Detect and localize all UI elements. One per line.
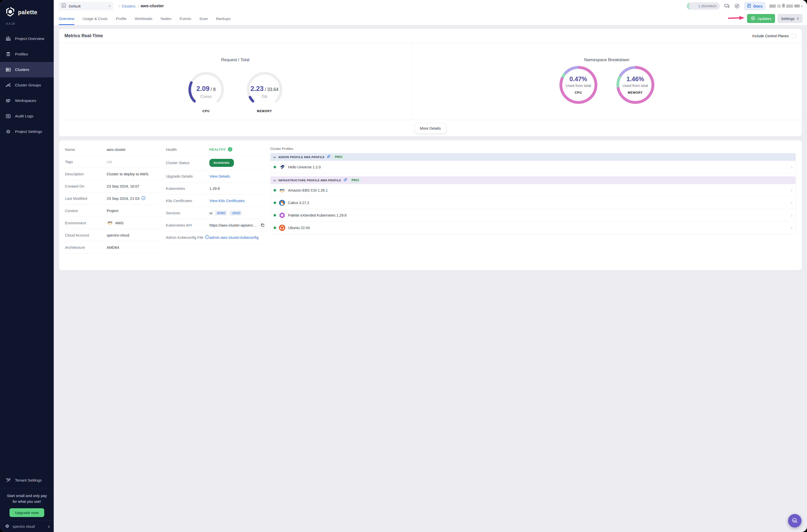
info-icon[interactable]: i bbox=[205, 235, 209, 240]
app-version: 4.4.19 bbox=[0, 19, 54, 25]
profile-item-hello-universe[interactable]: Hello Universe 1.2.0 › bbox=[270, 161, 404, 173]
tab-backups[interactable]: Backups bbox=[216, 12, 231, 25]
service-port-link[interactable]: :3000 bbox=[229, 210, 242, 216]
detail-row-description: Description Cluster to deploy to AWS. bbox=[65, 168, 163, 180]
status-row-upgrade-details: Upgrade Details View Details bbox=[166, 170, 266, 182]
detail-row-context: Context Project bbox=[65, 205, 163, 217]
status-row-health: Health HEALTHY ✓ bbox=[166, 144, 266, 156]
breadcrumb-clusters-link[interactable]: Clusters bbox=[122, 4, 135, 8]
detail-row-environment: Environment aws AWS bbox=[65, 217, 163, 229]
tab-nodes[interactable]: Nodes bbox=[161, 12, 171, 25]
profile-item-calico[interactable]: Calico 3.27.2 › bbox=[270, 196, 404, 209]
running-status-badge: RUNNING bbox=[209, 159, 234, 167]
tab-scan[interactable]: Scan bbox=[200, 12, 208, 25]
addon-profile-group: ADDON PROFILE AWS-PROFILE PROJ bbox=[270, 153, 404, 173]
memory-gauge-label: MEMORY bbox=[245, 109, 285, 113]
service-name: ui bbox=[209, 211, 212, 215]
status-dot bbox=[274, 189, 276, 192]
kubeconfig-file-link[interactable]: admin.aws-cluster.kubeconfig bbox=[209, 235, 259, 240]
infrastructure-profile-title: INFRASTRUCTURE PROFILE AWS-PROFILE bbox=[278, 179, 341, 182]
sidebar-item-label: Project Overview bbox=[15, 36, 44, 41]
status-row-k8s-certificates: K8s Certificates View K8s Certificates bbox=[166, 194, 266, 207]
brand-logo-row: palette bbox=[0, 0, 54, 19]
hello-universe-logo bbox=[279, 164, 285, 170]
link-icon[interactable] bbox=[343, 178, 347, 183]
tab-usage-costs[interactable]: Usage & Costs bbox=[83, 12, 108, 25]
view-k8s-certificates-link[interactable]: View K8s Certificates bbox=[209, 198, 245, 203]
detail-row-last-modified: Last Modified 23 Sep 2024, 21:03 i bbox=[65, 192, 163, 205]
sidebar-item-label: Cluster Groups bbox=[15, 83, 41, 88]
aws-logo: aws bbox=[279, 187, 285, 194]
profile-item-ubuntu[interactable]: Ubuntu 22.04 › bbox=[270, 222, 404, 234]
aws-logo: aws bbox=[107, 220, 113, 226]
metrics-card-header: Metrics Real-Time Include Control Planes bbox=[59, 29, 404, 43]
check-circle-icon: ✓ bbox=[228, 147, 232, 152]
chevron-down-icon: ∨ bbox=[109, 4, 111, 8]
app-window: palette 4.4.19 Project Overview bbox=[0, 0, 404, 266]
status-row-kubeconfig: Admin Kubeconfig File i admin.aws-cluste… bbox=[166, 231, 266, 244]
cpu-gauge-label: CPU bbox=[186, 109, 226, 113]
cluster-status-column: Health HEALTHY ✓ Cluster Status RUNNING … bbox=[163, 144, 266, 266]
sidebar-item-workspaces[interactable]: Workspaces bbox=[0, 93, 54, 108]
nodes-icon bbox=[5, 82, 11, 88]
addon-profile-title: ADDON PROFILE AWS-PROFILE bbox=[278, 156, 324, 158]
view-details-link[interactable]: View Details bbox=[209, 174, 230, 178]
sidebar-item-label: Clusters bbox=[15, 68, 29, 72]
metrics-card: Metrics Real-Time Include Control Planes… bbox=[59, 29, 404, 136]
sidebar-item-clusters[interactable]: Clusters bbox=[0, 62, 54, 77]
tab-profile[interactable]: Profile bbox=[116, 12, 127, 25]
cpu-gauge: 2.09 / 8 Cores CPU bbox=[186, 71, 226, 113]
sidebar-item-audit-logs[interactable]: Audit Logs bbox=[0, 108, 54, 124]
sidebar-item-label: Audit Logs bbox=[15, 114, 33, 118]
orbit-icon bbox=[5, 98, 11, 104]
cluster-tabs: Overview Usage & Costs Profile Workloads… bbox=[59, 12, 231, 25]
ubuntu-logo bbox=[279, 225, 285, 231]
infrastructure-profile-group: INFRASTRUCTURE PROFILE AWS-PROFILE PROJ … bbox=[270, 176, 404, 234]
addon-profile-group-header[interactable]: ADDON PROFILE AWS-PROFILE PROJ bbox=[270, 153, 404, 161]
svg-text:i: i bbox=[143, 197, 144, 199]
memory-gauge-value: 2.23 / 33.64 Gb bbox=[245, 85, 285, 99]
detail-row-name: Name aws-cluster bbox=[65, 144, 163, 156]
project-selector-value: Default bbox=[69, 4, 106, 8]
metrics-footer: More Details bbox=[59, 120, 404, 136]
svg-text:aws: aws bbox=[108, 221, 112, 223]
cluster-profiles-heading: Cluster Profiles bbox=[270, 147, 404, 151]
sidebar-item-label: Profiles bbox=[15, 52, 28, 56]
sidebar-item-project-settings[interactable]: ⚙ Project Settings bbox=[0, 124, 54, 139]
detail-row-cloud-account: Cloud Account spectro-cloud bbox=[65, 229, 163, 241]
infrastructure-profile-group-header[interactable]: INFRASTRUCTURE PROFILE AWS-PROFILE PROJ bbox=[270, 176, 404, 184]
profile-item-palette-extended-kubernetes[interactable]: Palette eXtended Kubernetes 1.29.8 › bbox=[270, 209, 404, 222]
tab-overview[interactable]: Overview bbox=[59, 12, 74, 25]
sidebar-item-project-overview[interactable]: Project Overview bbox=[0, 31, 54, 46]
sidebar-item-cluster-groups[interactable]: Cluster Groups bbox=[0, 77, 54, 93]
project-selector[interactable]: Default ∨ bbox=[59, 2, 113, 10]
status-dot bbox=[274, 227, 276, 229]
breadcrumb-separator: / bbox=[137, 4, 138, 8]
link-icon[interactable] bbox=[327, 155, 331, 159]
sidebar: palette 4.4.19 Project Overview bbox=[0, 0, 54, 266]
health-status-text: HEALTHY bbox=[209, 148, 226, 151]
breadcrumb-current: aws-cluster bbox=[140, 3, 164, 8]
sidebar-item-label: Project Settings bbox=[15, 129, 42, 134]
pxk-logo bbox=[279, 212, 285, 218]
breadcrumb-separator: / bbox=[119, 4, 120, 8]
memory-gauge: 2.23 / 33.64 Gb MEMORY bbox=[245, 71, 285, 113]
service-port-link[interactable]: :8080 bbox=[214, 210, 227, 216]
sidebar-item-profiles[interactable]: Profiles bbox=[0, 46, 54, 62]
status-dot bbox=[274, 202, 276, 204]
copy-icon[interactable] bbox=[259, 221, 266, 229]
profile-item-amazon-ebs-csi[interactable]: aws Amazon EBS CSI 1.26.1 › bbox=[270, 184, 404, 196]
tab-events[interactable]: Events bbox=[180, 12, 191, 25]
cluster-profiles-column: Cluster Profiles ADDON PROFILE AWS-PROFI… bbox=[266, 144, 404, 266]
proj-badge: PROJ bbox=[350, 178, 361, 183]
info-icon[interactable]: i bbox=[142, 196, 145, 201]
kubernetes-api-url: https://aws-cluster-apiserve... bbox=[209, 223, 257, 227]
main-area: Default ∨ / Clusters / aws-cluster 1.29/… bbox=[54, 0, 404, 266]
proj-badge: PROJ bbox=[333, 155, 344, 159]
audit-log-icon bbox=[5, 113, 11, 119]
calico-logo bbox=[279, 200, 285, 206]
cluster-details-card: Name aws-cluster Tags n/a Description Cl… bbox=[59, 140, 404, 266]
palette-logo-icon bbox=[5, 6, 16, 18]
tab-workloads[interactable]: Workloads bbox=[135, 12, 152, 25]
request-total-title: Request / Total bbox=[59, 57, 404, 62]
